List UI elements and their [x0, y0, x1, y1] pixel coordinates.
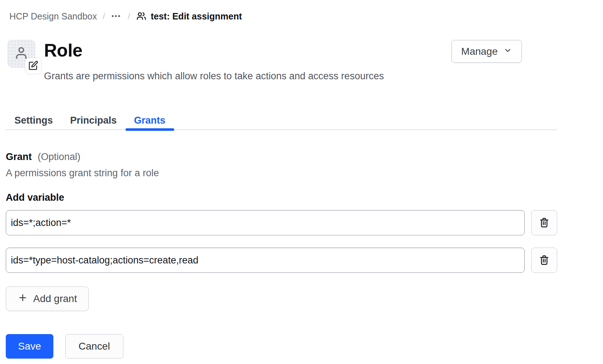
grant-row — [6, 248, 557, 273]
tab-principals[interactable]: Principals — [62, 115, 126, 129]
page-title: Role — [44, 40, 452, 61]
chevron-down-icon — [503, 46, 512, 57]
role-avatar-wrap — [7, 40, 35, 68]
edit-icon — [28, 61, 38, 71]
breadcrumb-collapsed-menu[interactable]: ••• — [111, 13, 122, 20]
add-grant-button[interactable]: Add grant — [6, 287, 89, 311]
tab-grants[interactable]: Grants — [126, 115, 174, 129]
grant-string-input-2[interactable] — [6, 248, 525, 273]
page-description: Grants are permissions which allow roles… — [44, 71, 452, 81]
grants-panel: Grant (Optional) A permissions grant str… — [6, 151, 557, 359]
edit-avatar-button[interactable] — [25, 58, 41, 74]
add-variable-heading: Add variable — [6, 192, 557, 203]
trash-icon — [538, 254, 550, 267]
breadcrumb: HCP Design Sandbox / ••• / test: Edit as… — [9, 9, 557, 23]
grant-row — [6, 210, 557, 235]
page: HCP Design Sandbox / ••• / test: Edit as… — [0, 0, 557, 359]
manage-button[interactable]: Manage — [452, 40, 522, 63]
manage-button-label: Manage — [461, 46, 498, 57]
breadcrumb-separator: / — [103, 11, 105, 21]
tab-bar: Settings Principals Grants — [6, 115, 557, 130]
grant-string-input-1[interactable] — [6, 210, 525, 235]
page-header: Role Grants are permissions which allow … — [6, 40, 557, 81]
save-button[interactable]: Save — [6, 334, 53, 359]
plus-icon — [18, 293, 28, 305]
add-grant-button-label: Add grant — [33, 293, 77, 305]
users-icon — [136, 11, 147, 22]
breadcrumb-current: test: Edit assignment — [136, 11, 242, 22]
cancel-button[interactable]: Cancel — [65, 334, 123, 359]
breadcrumb-root-link[interactable]: HCP Design Sandbox — [9, 11, 97, 22]
delete-grant-button-2[interactable] — [531, 248, 557, 273]
grant-label: Grant — [6, 151, 32, 162]
form-actions: Save Cancel — [6, 334, 557, 359]
tab-settings[interactable]: Settings — [6, 115, 62, 129]
breadcrumb-separator: / — [128, 11, 130, 21]
breadcrumb-current-label: test: Edit assignment — [151, 11, 242, 22]
grant-optional-label: (Optional) — [38, 151, 81, 162]
grant-label-row: Grant (Optional) — [6, 151, 557, 162]
trash-icon — [538, 217, 550, 229]
delete-grant-button-1[interactable] — [531, 210, 557, 235]
grant-help-text: A permissions grant string for a role — [6, 168, 557, 178]
header-main: Role Grants are permissions which allow … — [44, 40, 452, 81]
